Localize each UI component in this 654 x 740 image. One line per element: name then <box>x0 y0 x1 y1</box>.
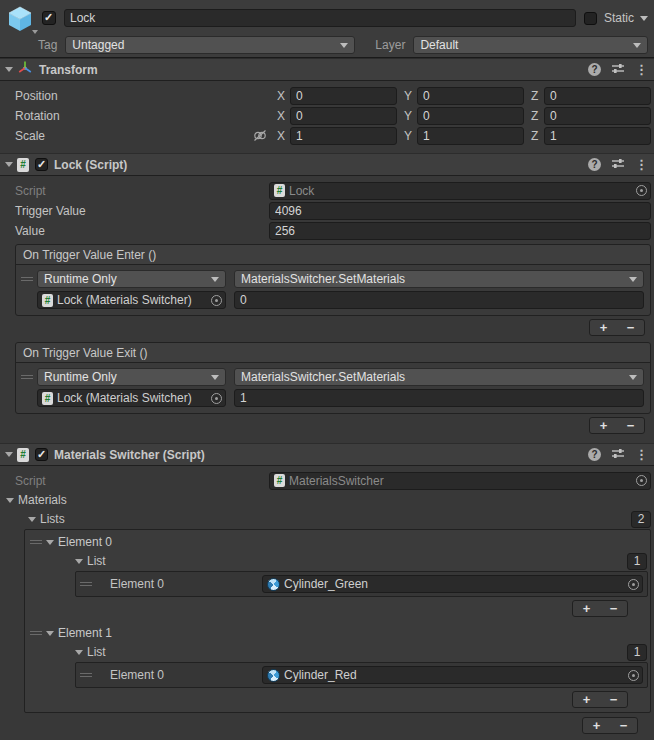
foldout-arrow-icon[interactable] <box>5 162 13 167</box>
event-target-object-field[interactable]: # Lock (Materials Switcher) <box>37 389 226 407</box>
icon-dropdown-arrow <box>32 30 38 34</box>
axis-y-label: Y <box>404 129 413 143</box>
remove-list-button[interactable]: − <box>610 718 637 733</box>
lists-foldout[interactable]: Lists 2 <box>28 510 651 528</box>
event-function-dropdown[interactable]: MaterialsSwitcher.SetMaterials <box>234 270 644 288</box>
component-enabled-checkbox[interactable] <box>35 158 48 171</box>
script-object-field[interactable]: # Lock <box>269 182 651 200</box>
object-picker-icon[interactable] <box>636 185 647 196</box>
object-picker-icon[interactable] <box>628 579 639 590</box>
remove-event-button[interactable]: − <box>617 418 644 433</box>
scale-z-field[interactable] <box>544 127 651 145</box>
material-object-field[interactable]: Cylinder_Red <box>262 666 643 684</box>
scale-y-field[interactable] <box>417 127 524 145</box>
axis-z-label: Z <box>531 109 540 123</box>
static-checkbox[interactable] <box>584 12 597 25</box>
help-icon[interactable]: ? <box>588 158 601 171</box>
static-dropdown-icon[interactable] <box>640 16 648 21</box>
gameobject-icon-button[interactable] <box>6 4 42 32</box>
add-item-button[interactable]: + <box>573 601 600 616</box>
event-function-dropdown[interactable]: MaterialsSwitcher.SetMaterials <box>234 368 644 386</box>
add-event-button[interactable]: + <box>590 418 617 433</box>
event-argument-field[interactable] <box>234 389 644 407</box>
drag-handle[interactable] <box>80 673 92 677</box>
remove-item-button[interactable]: − <box>600 692 627 707</box>
rotation-row: Rotation X Y Z <box>15 106 651 125</box>
materials-switcher-header[interactable]: # Materials Switcher (Script) ? ⋮ <box>0 443 654 466</box>
rotation-z-field[interactable] <box>544 107 651 125</box>
constrain-proportions-toggle[interactable] <box>253 129 277 142</box>
material-icon <box>267 578 280 591</box>
position-z-field[interactable] <box>544 87 651 105</box>
help-icon[interactable]: ? <box>588 63 601 76</box>
list-size-field[interactable]: 1 <box>627 553 647 570</box>
help-icon[interactable]: ? <box>588 448 601 461</box>
materials-foldout[interactable]: Materials <box>6 491 651 509</box>
remove-item-button[interactable]: − <box>600 601 627 616</box>
foldout-arrow-icon[interactable] <box>5 452 13 457</box>
presets-icon[interactable] <box>611 157 625 173</box>
script-object-field[interactable]: # MaterialsSwitcher <box>269 472 651 490</box>
scale-x-field[interactable] <box>290 127 397 145</box>
event-list-buttons: + − <box>589 417 645 434</box>
trigger-value-field[interactable] <box>269 202 651 220</box>
layer-dropdown[interactable]: Default <box>413 36 648 54</box>
event-argument-field[interactable] <box>234 291 644 309</box>
add-list-button[interactable]: + <box>583 718 610 733</box>
script-name: MaterialsSwitcher <box>289 474 633 488</box>
drag-handle[interactable] <box>30 540 42 544</box>
transform-header[interactable]: Transform ? ⋮ <box>0 58 654 81</box>
list-size-field[interactable]: 1 <box>627 644 647 661</box>
component-enabled-checkbox[interactable] <box>35 448 48 461</box>
tag-dropdown[interactable]: Untagged <box>65 36 355 54</box>
active-checkbox[interactable] <box>42 11 56 25</box>
rotation-x-field[interactable] <box>290 107 397 125</box>
event-target-name: Lock (Materials Switcher) <box>57 293 208 307</box>
axis-x-label: X <box>277 89 286 103</box>
list-foldout[interactable]: List 1 <box>25 643 650 661</box>
lock-script-header[interactable]: # Lock (Script) ? ⋮ <box>0 153 654 176</box>
add-event-button[interactable]: + <box>590 320 617 335</box>
object-picker-icon[interactable] <box>628 670 639 681</box>
rotation-y-field[interactable] <box>417 107 524 125</box>
item-label: Element 0 <box>96 668 262 682</box>
name-input[interactable] <box>64 9 576 27</box>
list-element-header[interactable]: Element 0 <box>25 532 650 552</box>
chevron-down-icon <box>633 43 641 48</box>
material-name: Cylinder_Red <box>284 668 625 682</box>
foldout-arrow-icon[interactable] <box>5 67 13 72</box>
material-object-field[interactable]: Cylinder_Green <box>262 575 643 593</box>
object-picker-icon[interactable] <box>211 295 222 306</box>
event-target-object-field[interactable]: # Lock (Materials Switcher) <box>37 291 226 309</box>
chevron-down-icon <box>340 43 348 48</box>
drag-handle[interactable] <box>80 582 92 586</box>
drag-handle[interactable] <box>21 375 33 379</box>
kebab-menu-icon[interactable]: ⋮ <box>635 158 648 171</box>
row-label: Scale <box>15 129 253 143</box>
event-mode-dropdown[interactable]: Runtime Only <box>37 270 226 288</box>
add-item-button[interactable]: + <box>573 692 600 707</box>
drag-handle[interactable] <box>30 631 42 635</box>
csharp-script-icon: # <box>17 158 29 172</box>
object-picker-icon[interactable] <box>636 475 647 486</box>
position-y-field[interactable] <box>417 87 524 105</box>
transform-component: Transform ? ⋮ Position X Y Z Rotation X … <box>0 58 654 153</box>
presets-icon[interactable] <box>611 447 625 463</box>
presets-icon[interactable] <box>611 62 625 78</box>
material-icon <box>267 669 280 682</box>
event-mode-dropdown[interactable]: Runtime Only <box>37 368 226 386</box>
transform-icon <box>17 60 33 79</box>
script-name: Lock <box>289 184 633 198</box>
list-element-header[interactable]: Element 1 <box>25 623 650 643</box>
position-x-field[interactable] <box>290 87 397 105</box>
drag-handle[interactable] <box>21 277 33 281</box>
lists-size-field[interactable]: 2 <box>631 511 651 528</box>
remove-event-button[interactable]: − <box>617 320 644 335</box>
value-field[interactable] <box>269 222 651 240</box>
list-foldout[interactable]: List 1 <box>25 552 650 570</box>
kebab-menu-icon[interactable]: ⋮ <box>635 448 648 461</box>
component-title: Materials Switcher (Script) <box>54 448 205 462</box>
object-picker-icon[interactable] <box>211 393 222 404</box>
kebab-menu-icon[interactable]: ⋮ <box>635 63 648 76</box>
row-label: Script <box>15 474 269 488</box>
